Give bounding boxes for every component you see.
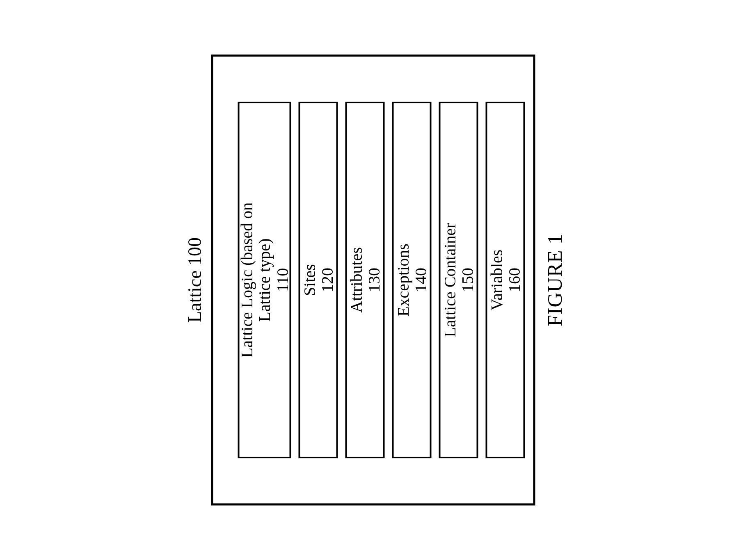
box-exceptions: Exceptions 140 xyxy=(392,102,432,458)
box-label: Lattice Container xyxy=(441,223,458,337)
box-variables: Variables 160 xyxy=(486,102,525,458)
lattice-outer-box: Lattice Logic (based onLattice type) 110… xyxy=(211,55,535,505)
box-label: Lattice Logic (based onLattice type) xyxy=(238,203,273,358)
box-number: 120 xyxy=(318,268,336,292)
figure-caption: FIGURE 1 xyxy=(543,55,567,505)
box-number: 150 xyxy=(459,268,476,292)
diagram-title: Lattice 100 xyxy=(184,55,206,505)
box-number: 110 xyxy=(273,268,291,292)
box-label: Sites xyxy=(300,264,318,296)
box-label: Exceptions xyxy=(394,244,412,316)
box-label: Variables xyxy=(487,250,505,311)
box-lattice-container: Lattice Container 150 xyxy=(439,102,478,458)
box-lattice-logic: Lattice Logic (based onLattice type) 110 xyxy=(238,102,291,458)
box-label: Attributes xyxy=(347,247,365,313)
box-number: 140 xyxy=(412,268,430,292)
box-sites: Sites 120 xyxy=(299,102,338,458)
box-number: 130 xyxy=(365,268,383,292)
box-label-text: Lattice Logic (based onLattice type) xyxy=(238,203,274,358)
box-attributes: Attributes 130 xyxy=(345,102,385,458)
diagram-wrapper: Lattice 100 Lattice Logic (based onLatti… xyxy=(184,55,567,505)
box-number: 160 xyxy=(505,268,523,292)
